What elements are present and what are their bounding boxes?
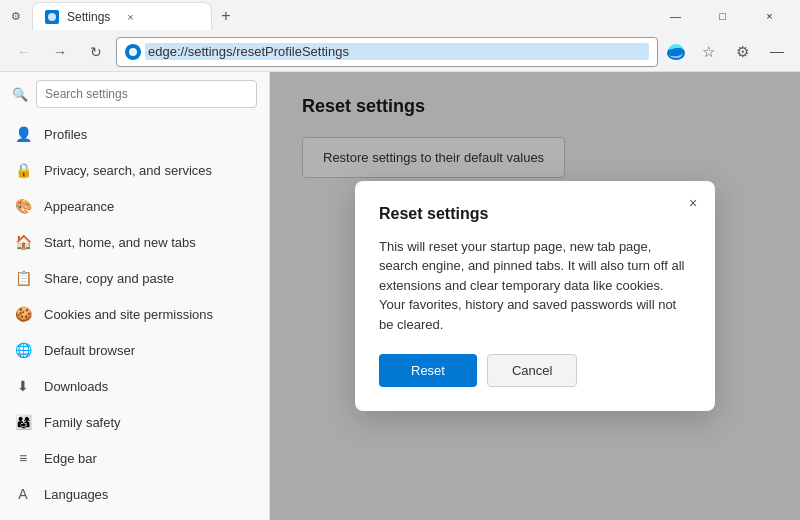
sidebar-icon: A <box>14 485 32 503</box>
sidebar-icon: 👨‍👩‍👧 <box>14 413 32 431</box>
main-content: 🔍 👤Profiles🔒Privacy, search, and service… <box>0 72 800 520</box>
sidebar: 🔍 👤Profiles🔒Privacy, search, and service… <box>0 72 270 520</box>
search-box: 🔍 <box>0 72 269 116</box>
sidebar-item-label: Edge bar <box>44 451 97 466</box>
sidebar-item-start-home-and-new-tabs[interactable]: 🏠Start, home, and new tabs <box>0 224 269 260</box>
sidebar-item-label: Downloads <box>44 379 108 394</box>
active-tab[interactable]: Settings × <box>32 2 212 30</box>
forward-button[interactable]: → <box>44 36 76 68</box>
dialog-title: Reset settings <box>379 205 691 223</box>
page-content: Reset settings Restore settings to their… <box>270 72 800 520</box>
window-controls: — □ × <box>653 0 792 32</box>
sidebar-item-label: Cookies and site permissions <box>44 307 213 322</box>
cancel-button[interactable]: Cancel <box>487 354 577 387</box>
tab-close-button[interactable]: × <box>122 9 138 25</box>
browser-frame: ⚙ Settings × + — □ × ← → ↻ edge://se <box>0 0 800 520</box>
favorites-icon[interactable]: ☆ <box>692 36 724 68</box>
sidebar-icon: 🌐 <box>14 341 32 359</box>
sidebar-item-label: Appearance <box>44 199 114 214</box>
title-bar: ⚙ Settings × + — □ × <box>0 0 800 32</box>
title-bar-left: ⚙ <box>8 8 24 24</box>
sidebar-item-label: Profiles <box>44 127 87 142</box>
sidebar-item-appearance[interactable]: 🎨Appearance <box>0 188 269 224</box>
svg-point-1 <box>129 48 137 56</box>
extensions-icon[interactable]: ⸻ <box>760 36 792 68</box>
sidebar-item-label: Family safety <box>44 415 121 430</box>
sidebar-items-container: 👤Profiles🔒Privacy, search, and services🎨… <box>0 116 269 520</box>
close-button[interactable]: × <box>747 0 792 32</box>
sidebar-item-printers[interactable]: 🖨Printers <box>0 512 269 520</box>
reset-dialog: × Reset settings This will reset your st… <box>355 181 715 412</box>
dialog-actions: Reset Cancel <box>379 354 691 387</box>
dialog-close-button[interactable]: × <box>681 191 705 215</box>
new-tab-button[interactable]: + <box>212 2 240 30</box>
sidebar-item-label: Share, copy and paste <box>44 271 174 286</box>
minimize-button[interactable]: — <box>653 0 698 32</box>
search-input[interactable] <box>36 80 257 108</box>
toolbar: ← → ↻ edge://settings/resetProfileSettin… <box>0 32 800 72</box>
edge-logo-icon <box>662 38 690 66</box>
dialog-body: This will reset your startup page, new t… <box>379 237 691 335</box>
sidebar-item-label: Default browser <box>44 343 135 358</box>
sidebar-item-cookies-and-site-permissions[interactable]: 🍪Cookies and site permissions <box>0 296 269 332</box>
settings-favicon: ⚙ <box>8 8 24 24</box>
modal-overlay: × Reset settings This will reset your st… <box>270 72 800 520</box>
tab-favicon-icon <box>45 10 59 24</box>
sidebar-icon: 👤 <box>14 125 32 143</box>
search-icon: 🔍 <box>12 87 28 102</box>
toolbar-icons: ☆ ⚙ ⸻ <box>662 36 792 68</box>
sidebar-icon: 🔒 <box>14 161 32 179</box>
sidebar-icon: 🍪 <box>14 305 32 323</box>
sidebar-icon: 🏠 <box>14 233 32 251</box>
sidebar-item-default-browser[interactable]: 🌐Default browser <box>0 332 269 368</box>
sidebar-icon: 🎨 <box>14 197 32 215</box>
reset-confirm-button[interactable]: Reset <box>379 354 477 387</box>
sidebar-item-privacy-search-and-services[interactable]: 🔒Privacy, search, and services <box>0 152 269 188</box>
sidebar-item-profiles[interactable]: 👤Profiles <box>0 116 269 152</box>
sidebar-item-downloads[interactable]: ⬇Downloads <box>0 368 269 404</box>
sidebar-item-label: Start, home, and new tabs <box>44 235 196 250</box>
sidebar-icon: ≡ <box>14 449 32 467</box>
sidebar-item-family-safety[interactable]: 👨‍👩‍👧Family safety <box>0 404 269 440</box>
address-bar[interactable]: edge://settings/resetProfileSettings <box>116 37 658 67</box>
sidebar-item-label: Privacy, search, and services <box>44 163 212 178</box>
sidebar-item-languages[interactable]: ALanguages <box>0 476 269 512</box>
refresh-button[interactable]: ↻ <box>80 36 112 68</box>
sidebar-item-label: Languages <box>44 487 108 502</box>
sidebar-icon: 📋 <box>14 269 32 287</box>
collections-icon[interactable]: ⚙ <box>726 36 758 68</box>
maximize-button[interactable]: □ <box>700 0 745 32</box>
svg-point-0 <box>48 13 56 21</box>
address-text[interactable]: edge://settings/resetProfileSettings <box>145 43 649 60</box>
sidebar-item-edge-bar[interactable]: ≡Edge bar <box>0 440 269 476</box>
sidebar-icon: ⬇ <box>14 377 32 395</box>
secure-icon <box>125 44 141 60</box>
sidebar-item-share-copy-and-paste[interactable]: 📋Share, copy and paste <box>0 260 269 296</box>
back-button[interactable]: ← <box>8 36 40 68</box>
tab-bar: Settings × + <box>32 2 645 30</box>
tab-title: Settings <box>67 10 110 24</box>
